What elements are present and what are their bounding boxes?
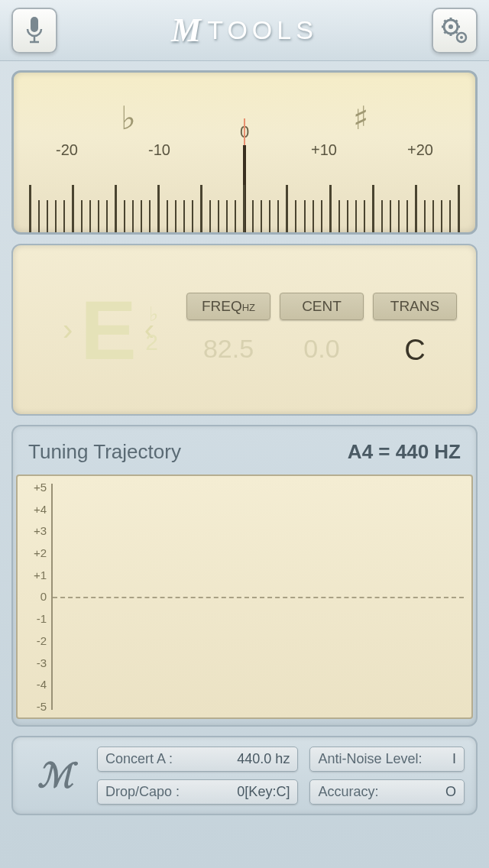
trajectory-header: Tuning Trajectory A4 = 440 HZ: [13, 426, 476, 474]
settings-col-left: Concert A : 440.0 hz Drop/Capo : 0[Key:C…: [97, 747, 298, 805]
note-octave: 2: [145, 329, 158, 355]
antinoise-label: Anti-Noise Level:: [318, 751, 422, 767]
readouts: FREQHZ 82.5 CENT 0.0 TRANS C: [185, 293, 457, 367]
gear-icon: [439, 15, 470, 46]
scale-p20: +20: [407, 141, 433, 159]
svg-line-11: [444, 31, 445, 33]
sharp-icon: ♯: [353, 99, 368, 137]
flat-icon: ♭: [121, 99, 136, 137]
scale-p10: +10: [311, 141, 337, 159]
dropcapo-button[interactable]: Drop/Capo : 0[Key:C]: [97, 779, 298, 805]
freq-value: 82.5: [186, 334, 270, 364]
note-arrow-left: ›: [63, 313, 73, 347]
svg-line-12: [455, 20, 457, 21]
detected-note: › E ♭ 2 ‹: [32, 281, 185, 378]
dropcapo-value: 0[Key:C]: [237, 784, 290, 800]
mic-button[interactable]: [11, 8, 57, 53]
svg-point-4: [449, 24, 453, 29]
bottom-logo-icon: ℳ: [24, 756, 86, 795]
trajectory-ylabels: +5+4+3+2+10-1-2-3-4-5: [24, 481, 47, 713]
accuracy-label: Accuracy:: [318, 784, 378, 800]
app-logo: M TOOLS: [171, 11, 318, 50]
concert-a-value: 440.0 hz: [237, 751, 290, 767]
logo-mark: M: [171, 11, 201, 50]
scale-m10: -10: [148, 141, 170, 159]
a4-reference: A4 = 440 HZ: [348, 440, 461, 464]
trajectory-title: Tuning Trajectory: [28, 440, 181, 464]
svg-line-10: [455, 31, 457, 33]
cent-readout[interactable]: CENT 0.0: [280, 293, 364, 367]
mic-icon: [24, 15, 45, 46]
note-info-panel: › E ♭ 2 ‹ FREQHZ 82.5 CENT 0.0 TRANS C: [11, 244, 478, 416]
dropcapo-label: Drop/Capo :: [105, 784, 180, 800]
header-bar: M TOOLS: [0, 0, 489, 61]
freq-readout[interactable]: FREQHZ 82.5: [186, 293, 270, 367]
cents-meter: ♭ ♯ 0 -20 -10 +10 +20: [11, 70, 478, 235]
note-letter: E: [80, 281, 136, 378]
accuracy-value: O: [445, 784, 456, 800]
trans-readout[interactable]: TRANS C: [373, 293, 457, 367]
logo-text: TOOLS: [207, 15, 318, 45]
trajectory-chart: +5+4+3+2+10-1-2-3-4-5: [16, 474, 473, 719]
concert-a-button[interactable]: Concert A : 440.0 hz: [97, 747, 298, 772]
settings-button[interactable]: [432, 8, 478, 53]
cent-label: CENT: [280, 293, 364, 320]
trans-label: TRANS: [373, 293, 457, 320]
scale-m20: -20: [56, 141, 78, 159]
antinoise-button[interactable]: Anti-Noise Level: I: [309, 747, 465, 772]
cent-value: 0.0: [280, 334, 364, 364]
svg-rect-0: [31, 17, 38, 32]
trans-value: C: [373, 334, 457, 367]
trajectory-section: Tuning Trajectory A4 = 440 HZ +5+4+3+2+1…: [11, 425, 478, 727]
concert-a-label: Concert A :: [105, 751, 173, 767]
settings-col-right: Anti-Noise Level: I Accuracy: O: [309, 747, 465, 805]
freq-label: FREQHZ: [186, 293, 270, 320]
svg-point-14: [460, 36, 463, 39]
settings-bar: ℳ Concert A : 440.0 hz Drop/Capo : 0[Key…: [11, 736, 478, 815]
note-accidental: ♭: [149, 303, 158, 326]
antinoise-value: I: [452, 751, 456, 767]
svg-line-9: [444, 20, 445, 21]
accuracy-button[interactable]: Accuracy: O: [309, 779, 465, 805]
meter-ticks: [29, 175, 460, 232]
trajectory-zero-line: [53, 597, 464, 598]
